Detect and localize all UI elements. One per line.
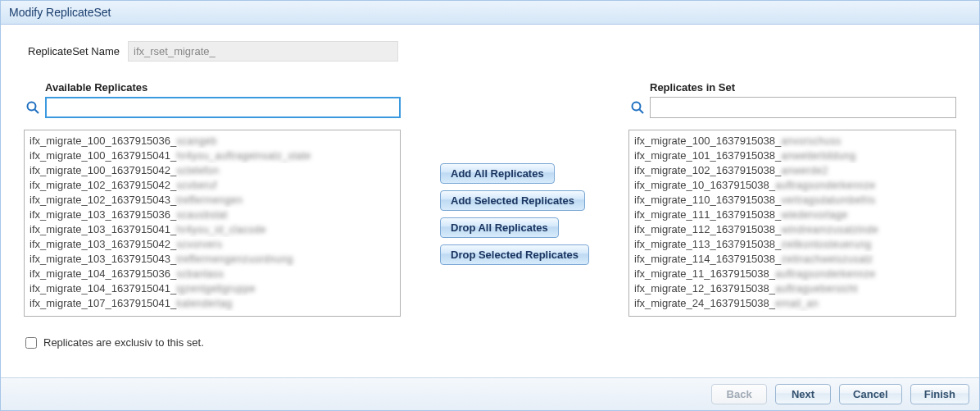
replicateset-name-label: ReplicateSet Name [28,45,120,57]
next-button[interactable]: Next [775,384,831,404]
available-search-input[interactable] [45,97,401,118]
svg-line-1 [35,110,39,114]
list-item[interactable]: ifx_migrate_24_1637915038_email_an [634,296,951,311]
list-item[interactable]: ifx_migrate_111_1637915038_wiedervorlage [634,208,951,222]
svg-line-3 [640,110,644,114]
finish-button[interactable]: Finish [910,384,969,404]
svg-point-2 [633,103,641,111]
list-item[interactable]: ifx_migrate_11_1637915038_auftragsonderk… [634,267,951,281]
list-item[interactable]: ifx_migrate_102_1637915042_scvberuf [29,178,395,193]
list-item[interactable]: ifx_migrate_104_1637915041_igzentgeltgru… [29,281,395,296]
search-icon [24,98,42,116]
list-item[interactable]: ifx_migrate_110_1637915038_vertragsdatum… [634,193,951,208]
inset-search-row [628,97,956,118]
add-all-button[interactable]: Add All Replicates [440,163,555,184]
dialog-footer: Back Next Cancel Finish [1,377,979,410]
list-item[interactable]: ifx_migrate_100_1637915038_anvorschuss [634,134,951,148]
search-icon [628,98,647,116]
list-item[interactable]: ifx_migrate_102_1637915038_anwerde2 [634,163,951,178]
list-item[interactable]: ifx_migrate_12_1637915038_auftraguebersi… [634,281,951,296]
exclusive-checkbox-label: Replicates are exclusiv to this set. [43,336,204,349]
list-item[interactable]: ifx_migrate_102_1637915043_treffermengen [29,193,395,208]
available-search-row [24,97,401,118]
modify-replicateset-dialog: Modify ReplicateSet ReplicateSet Name Av… [0,0,980,411]
list-item[interactable]: ifx_migrate_112_1637915038_windreamzusat… [634,222,951,237]
available-replicates-panel: Available Replicates ifx_migrate_100_163… [24,81,401,317]
svg-point-0 [28,103,36,111]
drop-all-button[interactable]: Drop All Replicates [440,217,559,238]
dialog-title: Modify ReplicateSet [1,1,979,25]
replicates-in-set-list[interactable]: ifx_migrate_100_1637915038_anvorschussif… [628,130,956,317]
drop-selected-button[interactable]: Drop Selected Replicates [440,244,589,265]
list-item[interactable]: ifx_migrate_10_1637915038_auftragsonderk… [634,178,951,193]
list-item[interactable]: ifx_migrate_113_1637915038_zeitkontosteu… [634,237,951,252]
add-selected-button[interactable]: Add Selected Replicates [440,190,585,211]
replicates-in-set-panel: Replicates in Set ifx_migrate_100_163791… [628,81,956,317]
back-button: Back [711,384,767,404]
list-item[interactable]: ifx_migrate_104_1637915036_scbanlass [29,267,395,281]
list-item[interactable]: ifx_migrate_100_1637915042_sctelefon [29,163,395,178]
list-item[interactable]: ifx_migrate_100_1637915036_scangeb [29,134,395,148]
available-replicates-title: Available Replicates [45,81,401,94]
list-item[interactable]: ifx_migrate_114_1637915038_zeitnachweisz… [634,252,951,267]
list-item[interactable]: ifx_migrate_103_1637915042_scvorvers [29,237,395,252]
inset-search-input[interactable] [650,97,956,118]
dialog-content: ReplicateSet Name Available Replicates i… [1,25,979,377]
exclusive-checkbox-row: Replicates are exclusiv to this set. [25,336,956,349]
list-item[interactable]: ifx_migrate_103_1637915043_treffermengen… [29,252,395,267]
available-replicates-list[interactable]: ifx_migrate_100_1637915036_scangebifx_mi… [24,130,401,317]
replicates-in-set-title: Replicates in Set [650,81,956,94]
transfer-buttons: Add All Replicates Add Selected Replicat… [440,163,589,265]
exclusive-checkbox[interactable] [25,337,37,349]
cancel-button[interactable]: Cancel [839,384,902,404]
list-item[interactable]: ifx_migrate_103_1637915036_scausbstat [29,208,395,222]
replicateset-name-row: ReplicateSet Name [28,41,956,62]
replicateset-name-input [128,41,398,62]
dual-list-container: Available Replicates ifx_migrate_100_163… [24,81,956,317]
list-item[interactable]: ifx_migrate_100_1637915041_hr4you_auftra… [29,148,395,163]
list-item[interactable]: ifx_migrate_101_1637915038_anweiterbildu… [634,148,951,163]
list-item[interactable]: ifx_migrate_107_1637915041_kalendertag [29,296,395,311]
list-item[interactable]: ifx_migrate_103_1637915041_hr4you_id_cla… [29,222,395,237]
